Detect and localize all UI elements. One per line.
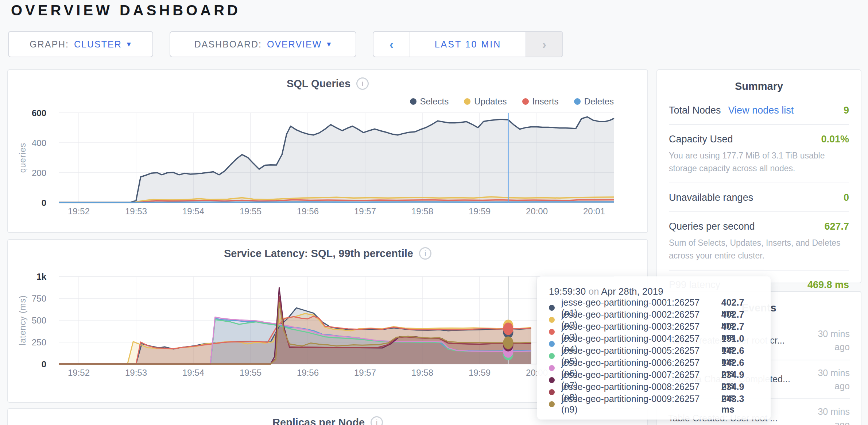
legend-item-updates[interactable]: Updates [464,96,507,107]
svg-text:queries: queries [18,143,27,173]
svg-text:600: 600 [32,108,46,118]
tooltip-node-row: jesse-geo-partitioning-0009:26257 (n9)24… [549,398,759,410]
svg-text:19:56: 19:56 [297,206,319,216]
chart-sql-svg: 19:5219:5319:5419:5519:5619:5719:5819:59… [8,70,647,232]
replicas-title: Replicas per Node [272,417,365,425]
deletes-legend-dot-icon [574,98,581,105]
svg-text:250: 250 [32,337,46,347]
node-color-dot-icon [549,317,555,323]
graph-dropdown-label: GRAPH: [30,39,69,50]
inserts-legend-dot-icon [522,98,529,105]
svg-text:19:59: 19:59 [469,206,491,216]
tooltip-time: 19:59:30 [549,286,586,297]
chevron-down-icon [127,39,132,49]
unavailable-ranges-label: Unavailable ranges [669,192,753,203]
qps-label: Queries per second [669,221,755,232]
qps-desc: Sum of Selects, Updates, Inserts, and De… [669,237,849,262]
summary-row-capacity: Capacity Used 0.01% You are using 177.7 … [669,124,849,183]
selects-legend-dot-icon [410,98,416,105]
svg-text:500: 500 [32,315,46,325]
legend-item-inserts[interactable]: Inserts [522,96,559,107]
info-icon[interactable] [356,77,369,90]
page-title: OVERVIEW DASHBOARD [11,2,241,19]
node-color-dot-icon [549,389,555,395]
svg-text:750: 750 [32,294,46,303]
dashboard-dropdown[interactable]: DASHBOARD: OVERVIEW [170,31,356,57]
unavailable-ranges-value: 0 [844,192,849,203]
service-latency-title: Service Latency: SQL, 99th percentile [224,248,413,260]
tooltip-header: 19:59:30 on Apr 28th, 2019 [549,286,759,297]
svg-text:19:52: 19:52 [68,206,90,216]
summary-panel: Summary Total Nodes View nodes list 9 Ca… [656,69,861,283]
time-window-prev-button[interactable] [373,32,410,57]
legend-label: Inserts [532,96,559,107]
p99-latency-value: 469.8 ms [807,279,849,291]
svg-text:20:00: 20:00 [526,206,548,216]
svg-text:19:53: 19:53 [125,368,147,378]
overview-dashboard-page: OVERVIEW DASHBOARD GRAPH: CLUSTER DASHBO… [0,0,868,425]
tooltip-node-name: jesse-geo-partitioning-0009:26257 (n9) [561,394,715,415]
svg-text:0: 0 [42,359,46,369]
time-window-selector: LAST 10 MIN [373,31,563,57]
svg-text:19:58: 19:58 [411,206,433,216]
svg-text:20:01: 20:01 [583,206,605,216]
svg-text:19:56: 19:56 [297,368,319,378]
sql-queries-title-row: SQL Queries [8,77,647,90]
latency-hover-tooltip: 19:59:30 on Apr 28th, 2019 jesse-geo-par… [537,276,771,420]
summary-row-total-nodes: Total Nodes View nodes list 9 [669,96,849,124]
capacity-used-value: 0.01% [821,134,849,145]
capacity-used-label: Capacity Used [669,134,733,145]
svg-text:19:55: 19:55 [240,368,261,378]
legend-item-selects[interactable]: Selects [410,96,449,107]
summary-heading: Summary [657,70,861,92]
dashboard-dropdown-value: OVERVIEW [267,39,322,50]
summary-row-qps: Queries per second 627.7 Sum of Selects,… [669,211,849,270]
svg-text:19:54: 19:54 [182,206,204,216]
svg-text:latency (ms): latency (ms) [18,295,27,345]
graph-dropdown[interactable]: GRAPH: CLUSTER [8,31,153,57]
svg-text:1k: 1k [36,272,46,282]
service-latency-title-row: Service Latency: SQL, 99th percentile [8,247,647,260]
svg-text:19:58: 19:58 [411,368,433,378]
qps-value: 627.7 [824,221,849,232]
dashboard-dropdown-label: DASHBOARD: [194,39,262,50]
svg-text:200: 200 [32,168,46,178]
tooltip-date: Apr 28th, 2019 [601,286,663,297]
total-nodes-label: Total Nodes [669,105,721,116]
svg-text:19:52: 19:52 [68,368,90,378]
tooltip-node-value: 243.3 ms [721,394,759,415]
view-nodes-list-link[interactable]: View nodes list [728,105,794,116]
svg-text:19:54: 19:54 [182,368,204,378]
svg-text:0: 0 [42,198,46,208]
sql-queries-chart[interactable]: 19:5219:5319:5419:5519:5619:5719:5819:59… [8,70,649,234]
dashboard-controls: GRAPH: CLUSTER DASHBOARD: OVERVIEW LAST … [8,31,563,57]
node-color-dot-icon [549,353,555,359]
chevron-down-icon [327,39,332,49]
event-time: 30 mins ago [805,366,850,393]
total-nodes-value: 9 [844,105,849,116]
svg-text:19:55: 19:55 [240,206,261,216]
svg-text:19:57: 19:57 [354,368,376,378]
node-color-dot-icon [549,305,555,311]
svg-text:19:57: 19:57 [354,206,376,216]
time-window-next-button[interactable] [526,32,562,57]
node-color-dot-icon [549,377,555,383]
svg-text:19:59: 19:59 [469,368,491,378]
node-color-dot-icon [549,329,555,335]
sql-queries-title: SQL Queries [287,78,350,90]
event-time: 30 mins ago [805,327,850,354]
tooltip-rows: jesse-geo-partitioning-0001:26257 (n1)40… [549,302,759,410]
node-color-dot-icon [549,365,555,371]
legend-label: Updates [474,96,507,107]
sql-queries-legend: Selects Updates Inserts Deletes [410,96,614,107]
legend-label: Selects [420,96,449,107]
legend-item-deletes[interactable]: Deletes [574,96,614,107]
info-icon[interactable] [419,247,431,260]
summary-row-unavailable-ranges: Unavailable ranges 0 [669,183,849,211]
sql-queries-card: 19:5219:5319:5419:5519:5619:5719:5819:59… [7,69,648,233]
info-icon[interactable] [371,416,383,425]
updates-legend-dot-icon [464,98,470,105]
time-window-range[interactable]: LAST 10 MIN [410,32,526,57]
graph-dropdown-value: CLUSTER [74,39,122,50]
node-color-dot-icon [549,341,555,347]
